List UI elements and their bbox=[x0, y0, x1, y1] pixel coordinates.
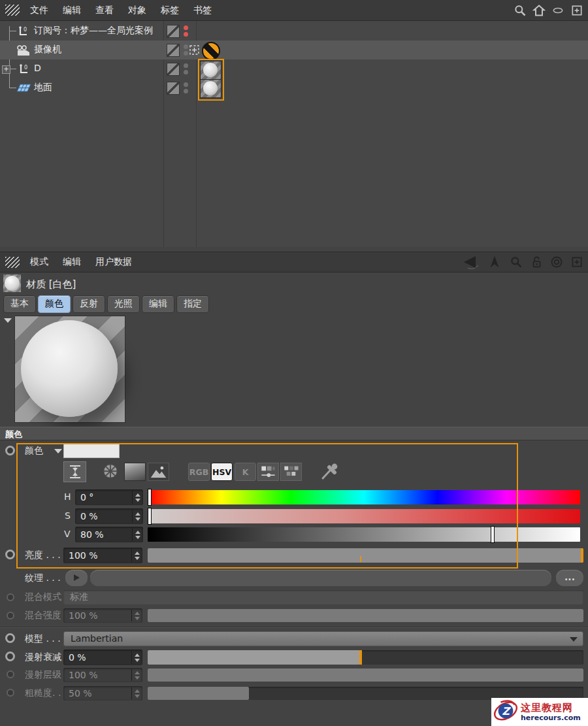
chevron-down-icon[interactable] bbox=[54, 449, 62, 454]
history-back-icon[interactable] bbox=[461, 255, 480, 269]
hue-stepper[interactable] bbox=[132, 491, 142, 504]
enable-dot-editor[interactable] bbox=[184, 44, 188, 49]
value-slider-handle[interactable] bbox=[491, 526, 495, 543]
channel-v-label: V bbox=[64, 529, 71, 539]
brightness-stepper[interactable] bbox=[131, 549, 142, 562]
saturation-value-input[interactable]: 0 % bbox=[75, 508, 143, 524]
swatches-icon[interactable] bbox=[280, 463, 302, 481]
preview-collapse-icon[interactable] bbox=[4, 318, 12, 323]
enable-dot-editor[interactable] bbox=[184, 25, 188, 30]
home-icon[interactable] bbox=[532, 3, 546, 18]
saturation-slider-handle[interactable] bbox=[148, 508, 152, 525]
tab-editor[interactable]: 编辑 bbox=[142, 295, 174, 313]
enable-dot-render[interactable] bbox=[184, 32, 188, 37]
keyframe-ring-color[interactable] bbox=[5, 446, 15, 455]
panel-grip-icon[interactable] bbox=[5, 257, 20, 268]
object-label: 摄像机 bbox=[34, 44, 61, 56]
tree-expander-icon[interactable]: + bbox=[2, 65, 10, 74]
object-row-floor[interactable]: 地面 bbox=[0, 78, 588, 97]
material-tag-thumbnail[interactable] bbox=[200, 61, 221, 80]
model-value: Lambertian bbox=[71, 633, 123, 644]
search-icon[interactable] bbox=[513, 3, 527, 18]
enable-dot-render[interactable] bbox=[184, 51, 188, 56]
menu-edit2[interactable]: 编辑 bbox=[63, 256, 81, 268]
eyedropper-icon[interactable] bbox=[319, 461, 341, 481]
layer-toggle-icon[interactable] bbox=[167, 25, 180, 38]
menu-mode[interactable]: 模式 bbox=[30, 256, 48, 268]
brightness-value-input[interactable]: 100 % bbox=[63, 548, 142, 563]
eye-icon[interactable] bbox=[551, 3, 565, 18]
enable-dot-render[interactable] bbox=[184, 70, 188, 74]
enable-dot-render[interactable] bbox=[184, 89, 188, 93]
tab-basic[interactable]: 基本 bbox=[3, 295, 36, 313]
attribute-toolbar: 模式 编辑 用户数据 bbox=[0, 252, 588, 272]
hue-value-input[interactable]: 0 ° bbox=[75, 489, 143, 505]
saturation-gradient-slider[interactable] bbox=[148, 509, 580, 523]
brightness-value: 100 % bbox=[69, 550, 97, 561]
mixer-icon[interactable] bbox=[257, 463, 279, 481]
channel-s-label: S bbox=[65, 510, 71, 521]
texture-path-field[interactable] bbox=[90, 570, 551, 586]
menu-file[interactable]: 文件 bbox=[30, 5, 48, 16]
tab-reflectance[interactable]: 反射 bbox=[73, 295, 105, 313]
menu-view[interactable]: 查看 bbox=[95, 5, 114, 16]
object-row-null[interactable]: 0 订阅号：种梦——全局光案例 bbox=[0, 22, 588, 41]
enable-dot-editor[interactable] bbox=[184, 63, 188, 68]
value-gradient-slider[interactable] bbox=[148, 527, 580, 542]
diffuse-falloff-value-input[interactable]: 0 % bbox=[63, 650, 142, 665]
saturation-stepper[interactable] bbox=[132, 510, 142, 523]
enable-dot-editor[interactable] bbox=[184, 82, 188, 87]
compact-mode-icon[interactable] bbox=[63, 461, 86, 482]
camera-disabled-tag-icon[interactable] bbox=[202, 42, 220, 60]
object-row-camera[interactable]: 摄像机 bbox=[0, 41, 588, 59]
brightness-slider-handle[interactable] bbox=[581, 548, 583, 563]
brightness-slider[interactable] bbox=[148, 548, 583, 563]
color-wheel-icon[interactable] bbox=[100, 462, 121, 480]
diffuse-level-slider bbox=[148, 668, 583, 682]
material-preview-image[interactable] bbox=[14, 316, 125, 423]
svg-text:0: 0 bbox=[24, 27, 27, 33]
mode-hsv-button[interactable]: HSV bbox=[211, 463, 233, 481]
mode-rgb-button[interactable]: RGB bbox=[188, 463, 210, 481]
layer-toggle-icon[interactable] bbox=[167, 82, 180, 95]
add-panel-icon[interactable] bbox=[570, 255, 584, 269]
menu-objects[interactable]: 对象 bbox=[128, 5, 146, 16]
add-panel-icon[interactable] bbox=[570, 3, 584, 18]
mix-strength-value-input: 100 % bbox=[63, 608, 142, 623]
diffuse-falloff-stepper[interactable] bbox=[131, 651, 142, 664]
diffuse-falloff-handle[interactable] bbox=[359, 650, 362, 665]
panel-grip-icon[interactable] bbox=[5, 5, 20, 16]
value-value-input[interactable]: 80 % bbox=[75, 527, 143, 542]
tab-color[interactable]: 颜色 bbox=[38, 295, 71, 313]
diffuse-falloff-slider[interactable] bbox=[148, 650, 583, 665]
keyframe-ring-brightness[interactable] bbox=[5, 550, 15, 559]
menu-userdata[interactable]: 用户数据 bbox=[95, 256, 132, 268]
model-dropdown[interactable]: Lambertian bbox=[63, 631, 583, 646]
mode-k-button[interactable]: K bbox=[235, 463, 256, 481]
hue-slider-handle[interactable] bbox=[148, 489, 152, 506]
layer-toggle-icon[interactable] bbox=[167, 63, 180, 76]
crosshair-target-icon[interactable] bbox=[189, 44, 200, 58]
search-icon[interactable] bbox=[509, 255, 523, 269]
texture-play-button[interactable] bbox=[65, 570, 88, 586]
spectrum-gradient-icon[interactable] bbox=[124, 463, 146, 481]
menu-bookmarks[interactable]: 书签 bbox=[193, 5, 212, 16]
keyframe-ring-model[interactable] bbox=[5, 633, 15, 643]
hue-gradient-slider[interactable] bbox=[148, 490, 580, 504]
menu-tags[interactable]: 标签 bbox=[161, 5, 179, 16]
lock-icon[interactable] bbox=[529, 255, 544, 269]
image-picker-icon[interactable] bbox=[148, 463, 169, 481]
layer-toggle-icon[interactable] bbox=[167, 44, 180, 57]
color-swatch[interactable] bbox=[63, 444, 120, 458]
target-focus-icon[interactable] bbox=[549, 255, 564, 269]
tab-illumination[interactable]: 光照 bbox=[107, 295, 140, 313]
history-up-icon[interactable] bbox=[486, 255, 503, 269]
material-tag-thumbnail[interactable] bbox=[200, 79, 221, 98]
menu-edit[interactable]: 编辑 bbox=[63, 5, 81, 16]
value-stepper[interactable] bbox=[132, 528, 142, 541]
object-row-d[interactable]: D 0 bbox=[0, 59, 588, 78]
section-header-color[interactable]: 颜色 bbox=[0, 427, 588, 440]
tab-assign[interactable]: 指定 bbox=[176, 295, 209, 313]
keyframe-ring-falloff[interactable] bbox=[5, 652, 15, 661]
texture-browse-button[interactable]: ... bbox=[556, 570, 583, 586]
